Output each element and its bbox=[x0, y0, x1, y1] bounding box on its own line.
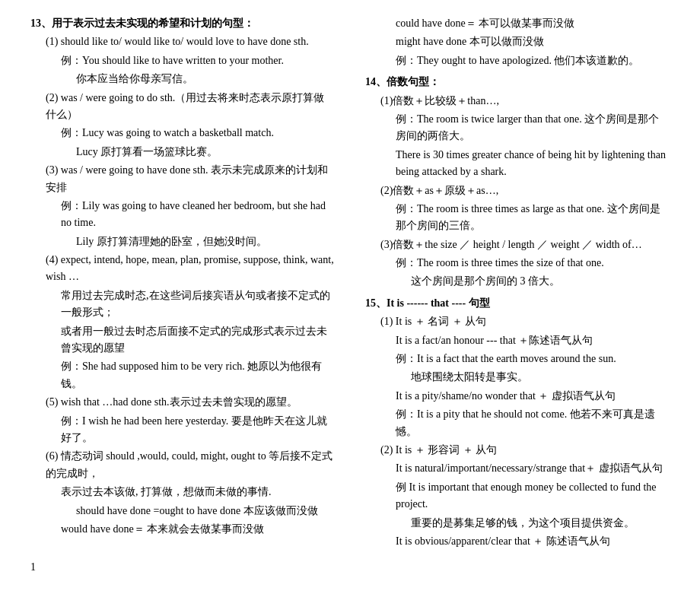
item3-example: 例：Lily was going to have cleaned her bed… bbox=[30, 198, 335, 232]
s15-item1-note1: It is a fact/an honour --- that ＋陈述语气从句 bbox=[365, 332, 670, 349]
s14-item3-example1: 例：The room is three times the size of th… bbox=[365, 255, 670, 272]
s15-item2-note2: It is obvious/apparent/clear that ＋ 陈述语气… bbox=[365, 533, 670, 550]
left-column: 13、用于表示过去未实现的希望和计划的句型： (1) should like t… bbox=[30, 15, 342, 551]
right-example1: 例：They ought to have apologized. 他们本该道歉的… bbox=[365, 52, 670, 69]
item1-example-cn: 你本应当给你母亲写信。 bbox=[30, 71, 335, 87]
item4-example: 例：She had supposed him to be very rich. … bbox=[30, 358, 335, 392]
item5-label: (5) wish that …had done sth.表示过去未曾实现的愿望。 bbox=[30, 394, 335, 411]
item4-note2: 或者用一般过去时态后面接不定式的完成形式表示过去未曾实现的愿望 bbox=[30, 323, 335, 357]
item4-note1: 常用过去完成时态,在这些词后接宾语从句或者接不定式的一般形式； bbox=[30, 287, 335, 322]
right-might: might have done 本可以做而没做 bbox=[365, 33, 670, 50]
page: 13、用于表示过去未实现的希望和计划的句型： (1) should like t… bbox=[0, 0, 700, 613]
section15-title: 15、It is ------ that ---- 句型 bbox=[365, 295, 670, 312]
item2-example-cn: Lucy 原打算看一场篮球比赛。 bbox=[30, 144, 335, 160]
s14-item2-example1: 例：The room is three times as large as th… bbox=[365, 201, 670, 235]
section14-title: 14、倍数句型： bbox=[365, 74, 670, 91]
s14-item1-label: (1)倍数＋比较级＋than…, bbox=[365, 93, 670, 110]
item6-note: 表示过去本该做, 打算做，想做而未做的事情. bbox=[30, 484, 335, 500]
item4-label: (4) expect, intend, hope, mean, plan, pr… bbox=[30, 252, 335, 286]
item6-should: should have done =ought to have done 本应该… bbox=[30, 503, 335, 519]
s15-item2-note1: It is natural/important/necessary/strang… bbox=[365, 460, 670, 477]
item1-example: 例：You should like to have written to you… bbox=[30, 52, 335, 69]
content-area: 13、用于表示过去未实现的希望和计划的句型： (1) should like t… bbox=[30, 15, 670, 551]
s15-item1-label: (1) It is ＋ 名词 ＋ 从句 bbox=[365, 313, 670, 330]
s15-item2-label: (2) It is ＋ 形容词 ＋ 从句 bbox=[365, 442, 670, 459]
item2-label: (2) was / were going to do sth.（用过去将来时态表… bbox=[30, 90, 335, 124]
item5-example: 例：I wish he had been here yesterday. 要是他… bbox=[30, 413, 335, 447]
item6-label: (6) 情态动词 should ,would, could, might, ou… bbox=[30, 448, 335, 482]
section13-title: 13、用于表示过去未实现的希望和计划的句型： bbox=[30, 15, 335, 32]
s14-item2-label: (2)倍数＋as＋原级＋as…, bbox=[365, 183, 670, 199]
right-column: could have done＝ 本可以做某事而没做 might have do… bbox=[358, 15, 670, 551]
s14-item3-label: (3)倍数＋the size ／ height / length ／ weigh… bbox=[365, 237, 670, 253]
item1-label: (1) should like to/ would like to/ would… bbox=[30, 33, 335, 50]
right-could: could have done＝ 本可以做某事而没做 bbox=[365, 15, 670, 32]
item2-example: 例：Lucy was going to watch a basketball m… bbox=[30, 125, 335, 141]
item6-would: would have done＝ 本来就会去做某事而没做 bbox=[30, 521, 335, 538]
item3-example-cn: Lily 原打算清理她的卧室，但她没时间。 bbox=[30, 233, 335, 250]
s15-item1-example1-cn: 地球围绕太阳转是事实。 bbox=[365, 369, 670, 386]
s14-item1-example2: There is 30 times greater chance of bein… bbox=[365, 147, 670, 181]
item3-label: (3) was / were going to have done sth. 表… bbox=[30, 162, 335, 196]
s15-item2-example1-cn: 重要的是募集足够的钱，为这个项目提供资金。 bbox=[365, 515, 670, 532]
s15-item1-example2: 例：It is a pity that he should not come. … bbox=[365, 406, 670, 440]
page-number: 1 bbox=[30, 559, 670, 576]
s14-item1-example1: 例：The room is twice larger than that one… bbox=[365, 111, 670, 145]
s15-item1-example1: 例：It is a fact that the earth moves arou… bbox=[365, 351, 670, 367]
s15-item1-note2: It is a pity/shame/no wonder that ＋ 虚拟语气… bbox=[365, 388, 670, 405]
s14-item3-example1-cn: 这个房间是那个房间的 3 倍大。 bbox=[365, 273, 670, 290]
s15-item2-example1: 例 It is important that enough money be c… bbox=[365, 479, 670, 513]
